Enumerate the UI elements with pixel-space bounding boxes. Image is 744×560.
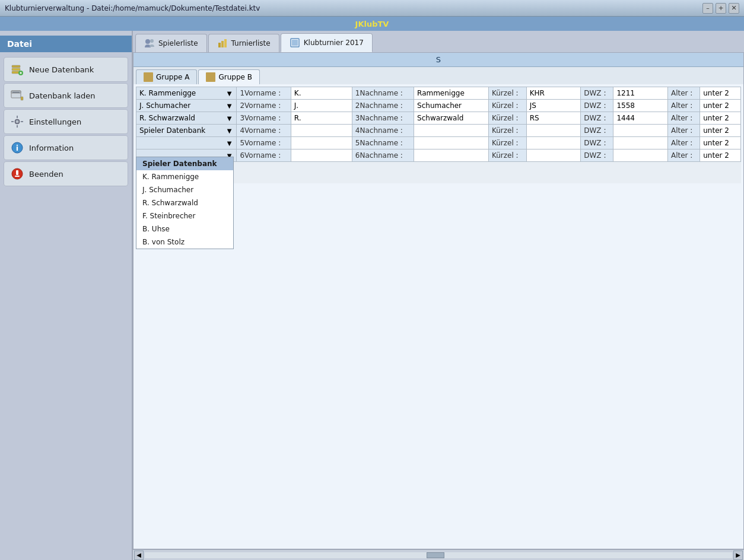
nachname-value[interactable]: Schumacher [414,100,489,112]
dropdown-arrow-icon[interactable]: ▼ [225,140,234,147]
dropdown-arrow-icon[interactable]: ▼ [225,115,234,122]
dropdown-arrow-icon[interactable]: ▼ [225,128,234,134]
dropdown-item-b-von-stolz[interactable]: B. von Stolz [136,236,233,249]
information-label: Information [29,144,74,152]
nachname-value[interactable] [414,125,489,137]
tab-turnierliste[interactable]: Turnierliste [208,34,279,52]
tab-klubturnier-label: Klubturnier 2017 [304,39,364,47]
svg-rect-0 [12,65,20,68]
data-table-area: K. Rammenigge▼1Vorname :K.1Nachname :Ram… [133,84,743,549]
tab-spielerliste[interactable]: Spielerliste [135,34,207,52]
svg-rect-8 [12,92,20,93]
tabs-bar: Spielerliste Turnierliste [133,31,744,52]
alter-value[interactable]: unter 2 [700,137,741,149]
dwz-value[interactable] [613,149,668,162]
nachname-value[interactable]: Schwarzwald [414,112,489,125]
vorname-label: 3Vorname : [237,112,291,125]
sidebar-item-beenden[interactable]: Beenden [4,161,128,186]
player-name-cell: J. Schumacher▼ [136,100,237,112]
dropdown-item-k-rammenigge[interactable]: K. Rammenigge [136,170,233,183]
table-row: Spieler Datenbank▼4Vorname :4Nachname :K… [136,125,741,137]
kuerzel-label: Kürzel : [488,125,526,137]
kuerzel-value[interactable]: KHR [526,87,581,100]
turnierliste-icon [217,38,228,49]
kuerzel-label: Kürzel : [488,100,526,112]
alter-value[interactable]: unter 2 [700,87,741,100]
group-tabs: Gruppe A Gruppe B [133,67,743,84]
svg-rect-19 [16,170,18,175]
player-name-label: Spieler Datenbank [139,126,205,135]
vorname-value[interactable]: R. [291,112,352,125]
tab-klubturnier[interactable]: Klubturnier 2017 [281,33,373,52]
dropdown-item-j-schumacher[interactable]: J. Schumacher [136,183,233,196]
sidebar-item-datenbank-laden[interactable]: Datenbank laden [4,83,128,108]
close-button[interactable]: ✕ [729,3,739,14]
kuerzel-label: Kürzel : [488,149,526,162]
dropdown-item-f-steinbrecher[interactable]: F. Steinbrecher [136,209,233,222]
svg-point-21 [145,39,150,44]
alter-label: Alter : [667,149,700,162]
maximize-button[interactable]: + [716,3,726,14]
kuerzel-value[interactable] [526,149,581,162]
player-name-label: R. Schwarzwald [139,114,195,122]
vorname-label: 1Vorname : [237,87,291,100]
dwz-label: DWZ : [581,87,613,100]
nachname-value[interactable] [414,137,489,149]
vorname-value[interactable] [291,137,352,149]
vorname-label: 5Vorname : [237,137,291,149]
alter-value[interactable]: unter 2 [700,100,741,112]
vorname-value[interactable] [291,149,352,162]
alter-value[interactable]: unter 2 [700,112,741,125]
datenbank-laden-label: Datenbank laden [29,91,96,100]
database-load-icon [10,88,24,103]
kuerzel-value[interactable]: JS [526,100,581,112]
group-tab-a[interactable]: Gruppe A [136,69,197,84]
vorname-value[interactable]: J. [291,100,352,112]
svg-rect-20 [15,176,20,177]
svg-point-11 [16,120,18,123]
table-row: ▼5Vorname :5Nachname :Kürzel :DWZ :Alter… [136,137,741,149]
dropdown-item-b-uhse[interactable]: B. Uhse [136,222,233,236]
kuerzel-value[interactable]: RS [526,112,581,125]
dwz-value[interactable] [613,125,668,137]
dwz-value[interactable]: 1558 [613,100,668,112]
scroll-right-button[interactable]: ▶ [733,551,743,560]
player-name-cell: Spieler Datenbank▼ [136,125,237,137]
dropdown-item-spieler-datenbank[interactable]: Spieler Datenbank [136,157,233,170]
dwz-label: DWZ : [581,125,613,137]
dwz-value[interactable] [613,137,668,149]
alter-value[interactable]: unter 2 [700,149,741,162]
svg-rect-9 [21,97,23,100]
scroll-thumb[interactable] [427,552,444,558]
content-wrapper: K. Rammenigge▼1Vorname :K.1Nachname :Ram… [133,84,743,549]
scrollbar: ◀ ▶ [133,549,744,560]
vorname-value[interactable]: K. [291,87,352,100]
nachname-value[interactable] [414,149,489,162]
dropdown-arrow-icon[interactable]: ▼ [225,103,234,109]
kuerzel-value[interactable] [526,125,581,137]
svg-rect-15 [21,121,23,122]
svg-text:i: i [16,144,18,152]
kuerzel-label: Kürzel : [488,137,526,149]
neue-datenbank-label: Neue Datenbank [29,65,94,74]
group-tab-b[interactable]: Gruppe B [198,69,260,84]
vorname-label: 6Vorname : [237,149,291,162]
tab-turnierliste-label: Turnierliste [231,39,271,47]
nachname-label: 3Nachname : [352,112,414,125]
dropdown-item-r-schwarzwald[interactable]: R. Schwarzwald [136,196,233,209]
sidebar-item-information[interactable]: i Information [4,135,128,160]
nachname-value[interactable]: Rammenigge [414,87,489,100]
dwz-value[interactable]: 1211 [613,87,668,100]
settings-icon [10,114,24,129]
minimize-button[interactable]: – [702,3,713,14]
vorname-value[interactable] [291,125,352,137]
alter-value[interactable]: unter 2 [700,125,741,137]
scroll-track[interactable] [145,552,732,558]
dropdown-arrow-icon[interactable]: ▼ [225,90,234,97]
player-name-label: K. Rammenigge [139,89,196,97]
sidebar-item-einstellungen[interactable]: Einstellungen [4,109,128,134]
dwz-value[interactable]: 1444 [613,112,668,125]
sidebar-item-neue-datenbank[interactable]: Neue Datenbank [4,57,128,82]
kuerzel-value[interactable] [526,137,581,149]
scroll-left-button[interactable]: ◀ [134,551,144,560]
